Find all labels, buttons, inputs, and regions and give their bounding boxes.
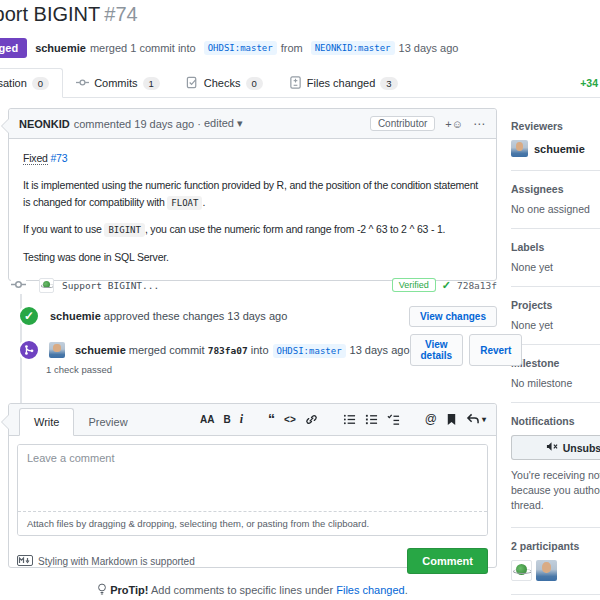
labels-heading[interactable]: Labels <box>511 241 600 253</box>
tab-conversation[interactable]: Conversation 0 <box>0 68 63 98</box>
git-merge-icon <box>18 339 40 361</box>
pr-title-text: Support BIGINT <box>0 3 100 25</box>
sidebar-section-notifications: Notifications Unsubscribe You're receivi… <box>511 403 600 528</box>
new-comment-form: Write Preview AA B i “ <> @ ▾ Attach fil… <box>8 403 497 568</box>
byline-time: 13 days ago <box>399 42 459 54</box>
kebab-menu-icon[interactable]: ⋯ <box>473 117 486 131</box>
fixed-keyword: Fixed <box>23 152 48 165</box>
file-diff-icon <box>289 76 302 91</box>
chevron-down-icon: ▾ <box>482 415 486 424</box>
pr-byline: Merged schuemie merged 1 commit into OHD… <box>0 38 462 58</box>
tab-checks-count: 0 <box>246 77 263 90</box>
sidebar-section-milestone: Milestone No milestone <box>511 345 600 403</box>
chevron-down-icon: ▾ <box>237 117 243 129</box>
link-icon[interactable] <box>305 413 318 426</box>
reviewers-heading[interactable]: Reviewers <box>511 120 600 132</box>
tab-conversation-count: 0 <box>32 77 49 90</box>
cross-reference-icon[interactable]: ▾ <box>466 413 486 425</box>
approved-check-icon: ✓ <box>18 305 40 327</box>
commit-sha-link[interactable]: 728a13f <box>457 280 497 291</box>
markdown-supported-note[interactable]: Styling with Markdown is supported <box>17 555 195 568</box>
merged-event-row: schuemie merged commit 783fa07 intoOHDSI… <box>8 337 497 363</box>
merge-commit-sha[interactable]: 783fa07 <box>208 345 248 356</box>
approver-link[interactable]: schuemie <box>50 310 101 322</box>
lightbulb-icon <box>97 584 110 596</box>
git-commit-icon <box>11 277 26 294</box>
tab-write[interactable]: Write <box>19 408 74 436</box>
paragraph-text: If you want to use <box>23 223 102 235</box>
sidebar-section-projects: Projects None yet <box>511 287 600 345</box>
milestone-heading[interactable]: Milestone <box>511 357 600 369</box>
tab-checks-label: Checks <box>204 77 241 89</box>
markdown-toolbar: AA B i “ <> @ ▾ <box>200 411 486 435</box>
diff-stat: +34 <box>580 77 598 89</box>
commit-message-link[interactable]: Support BIGINT... <box>62 280 159 291</box>
milestone-value: No milestone <box>511 377 600 389</box>
italic-icon[interactable]: i <box>240 412 243 427</box>
status-check-icon[interactable]: ✓ <box>442 279 451 292</box>
ordered-list-icon[interactable] <box>365 413 378 426</box>
issue-link[interactable]: #73 <box>50 152 67 164</box>
sidebar: Reviewers schuemie Assignees No one assi… <box>511 108 600 600</box>
mute-speaker-icon <box>546 441 558 454</box>
add-reaction-icon[interactable]: +☺ <box>445 118 463 130</box>
quote-icon[interactable]: “ <box>268 411 275 427</box>
view-details-button[interactable]: View details <box>410 334 464 366</box>
paragraph-text: It is implemented using the numeric func… <box>23 179 478 207</box>
comment-textarea[interactable] <box>18 445 487 511</box>
attach-files-strip[interactable]: Attach files by dragging & dropping, sel… <box>18 511 487 535</box>
tab-checks[interactable]: Checks 0 <box>173 68 276 98</box>
sidebar-section-assignees: Assignees No one assigned <box>511 171 600 229</box>
inline-code-bigint: BIGINT <box>104 223 145 237</box>
commit-event-row: Support BIGINT... Verified ✓ 728a13f <box>8 273 497 297</box>
reviewer-item[interactable]: schuemie <box>511 140 600 157</box>
checklist-icon <box>186 76 199 91</box>
page-title: Support BIGINT#74 <box>0 3 138 26</box>
verified-badge[interactable]: Verified <box>392 278 436 292</box>
code-icon[interactable]: <> <box>284 414 296 425</box>
comment-header: NEONKID commented 19 days ago · edited ▾… <box>9 109 496 139</box>
byline-author-link[interactable]: schuemie <box>35 42 86 54</box>
tab-files-changed-count: 3 <box>380 77 397 90</box>
assignees-heading[interactable]: Assignees <box>511 183 600 195</box>
protip: ProTip! Add comments to specific lines u… <box>8 583 497 596</box>
bold-icon[interactable]: B <box>224 414 231 425</box>
unsubscribe-button[interactable]: Unsubscribe <box>511 435 600 460</box>
tasklist-icon[interactable] <box>387 413 400 426</box>
sidebar-section-participants: 2 participants <box>511 528 600 595</box>
tab-conversation-label: Conversation <box>0 77 27 89</box>
avatar[interactable] <box>536 560 557 581</box>
avatar <box>511 140 528 157</box>
files-changed-link[interactable]: Files changed <box>336 584 405 596</box>
sidebar-section-reviewers: Reviewers schuemie <box>511 108 600 171</box>
projects-heading[interactable]: Projects <box>511 299 600 311</box>
mention-icon[interactable]: @ <box>425 412 437 426</box>
merger-link[interactable]: schuemie <box>75 344 126 356</box>
assignees-value: No one assigned <box>511 203 600 215</box>
notifications-note: You're receiving notifications because y… <box>511 468 600 514</box>
tab-files-changed[interactable]: Files changed 3 <box>276 68 411 98</box>
tab-preview[interactable]: Preview <box>74 409 141 435</box>
comment-edited-dropdown[interactable]: edited ▾ <box>204 117 243 130</box>
checks-passed-note[interactable]: 1 check passed <box>46 364 112 375</box>
pr-tabbar: Conversation 0 Commits 1 Checks 0 Files … <box>0 68 600 98</box>
avatar[interactable] <box>39 278 54 293</box>
comment-submit-button[interactable]: Comment <box>407 548 488 574</box>
byline-from: from <box>281 42 303 54</box>
head-branch-chip[interactable]: NEONKID:master <box>311 41 395 55</box>
avatar[interactable] <box>49 342 65 358</box>
tab-commits[interactable]: Commits 1 <box>63 68 173 98</box>
view-changes-button[interactable]: View changes <box>409 306 497 327</box>
unordered-list-icon[interactable] <box>343 413 356 426</box>
pr-number: #74 <box>104 3 137 25</box>
saved-replies-icon[interactable] <box>446 413 457 426</box>
projects-value: None yet <box>511 319 600 331</box>
comment-author-link[interactable]: NEONKID <box>19 118 70 130</box>
revert-button[interactable]: Revert <box>469 334 522 366</box>
avatar[interactable] <box>511 560 532 581</box>
git-commit-icon <box>76 76 89 91</box>
merged-branch-chip[interactable]: OHDSI:master <box>273 344 346 358</box>
sidebar-section-maintainer-edits: Allow edits from maintainers. Learn more <box>511 595 600 600</box>
text-size-icon[interactable]: AA <box>200 414 214 425</box>
base-branch-chip[interactable]: OHDSI:master <box>204 41 277 55</box>
